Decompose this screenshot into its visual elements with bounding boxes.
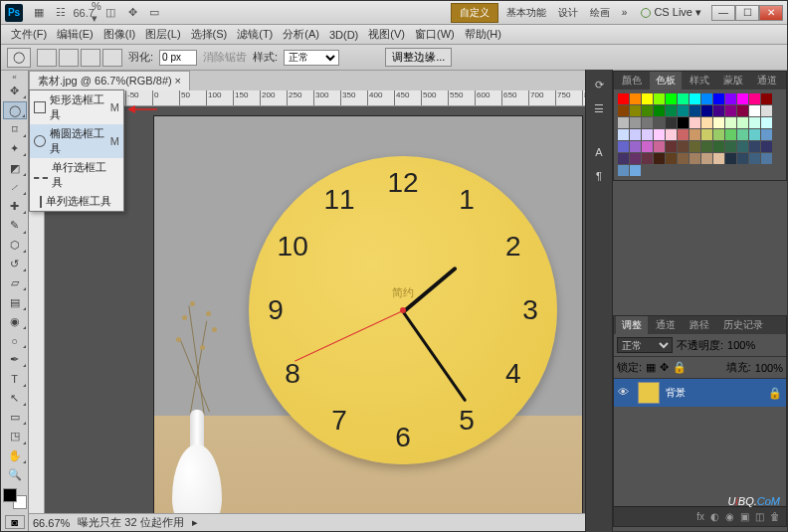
swatch[interactable]: [630, 141, 641, 152]
swatch[interactable]: [690, 93, 700, 104]
canvas[interactable]: 简约 123456789101112: [154, 116, 582, 513]
swatch[interactable]: [749, 93, 760, 104]
selection-intersect[interactable]: [102, 49, 122, 67]
blur-tool[interactable]: ◉: [3, 313, 27, 330]
type-tool[interactable]: T: [3, 370, 27, 387]
swatch[interactable]: [713, 129, 724, 140]
swatch[interactable]: [713, 105, 724, 116]
lock-pixels-icon[interactable]: ▦: [646, 361, 656, 374]
swatch[interactable]: [690, 141, 700, 152]
swatch[interactable]: [713, 93, 724, 104]
menu-analysis[interactable]: 分析(A): [279, 25, 323, 44]
tab-close-icon[interactable]: ×: [174, 75, 180, 87]
tab-styles[interactable]: 样式: [684, 72, 715, 89]
swatch[interactable]: [666, 153, 677, 164]
swatch[interactable]: [701, 129, 712, 140]
selection-add[interactable]: [59, 49, 79, 67]
swatch[interactable]: [737, 129, 748, 140]
layer-name[interactable]: 背景: [666, 386, 686, 400]
swatch[interactable]: [678, 117, 689, 128]
swatch[interactable]: [749, 153, 760, 164]
swatch[interactable]: [630, 105, 641, 116]
swatch[interactable]: [666, 141, 677, 152]
swatch[interactable]: [725, 93, 736, 104]
tab-color[interactable]: 颜色: [616, 72, 648, 89]
workspace-active-button[interactable]: 自定义: [451, 3, 498, 23]
swatch[interactable]: [701, 141, 712, 152]
swatch[interactable]: [678, 93, 689, 104]
swatch[interactable]: [630, 165, 641, 176]
hand-icon[interactable]: ✥: [124, 5, 140, 21]
crop-tool[interactable]: ◩: [3, 159, 27, 176]
fx-icon[interactable]: fx: [696, 511, 704, 522]
panel-icon-char[interactable]: A: [589, 143, 609, 161]
panel-icon-history[interactable]: ⟳: [589, 76, 609, 93]
swatch[interactable]: [654, 93, 665, 104]
document-tab[interactable]: 素材.jpg @ 66.7%(RGB/8#) ×: [29, 71, 190, 91]
swatch[interactable]: [654, 141, 665, 152]
swatch[interactable]: [630, 117, 641, 128]
flyout-item-rect[interactable]: 矩形选框工具M: [30, 90, 123, 124]
eyedropper-tool[interactable]: ⟋: [3, 179, 27, 196]
swatch[interactable]: [666, 129, 677, 140]
swatch[interactable]: [701, 105, 712, 116]
menu-file[interactable]: 文件(F): [7, 25, 51, 44]
maximize-button[interactable]: ☐: [735, 5, 759, 21]
fill-value[interactable]: 100%: [755, 362, 783, 374]
tab-adjust[interactable]: 调整: [616, 316, 648, 334]
quickmask-toggle[interactable]: ◙: [5, 515, 25, 529]
swatch[interactable]: [701, 153, 712, 164]
swatch[interactable]: [618, 153, 629, 164]
view-rotate-icon[interactable]: ◫: [102, 5, 118, 21]
workspace-basic[interactable]: 基本功能: [502, 6, 550, 20]
swatch[interactable]: [761, 105, 772, 116]
swatch[interactable]: [630, 93, 641, 104]
swatch[interactable]: [701, 117, 712, 128]
layer-row-background[interactable]: 👁 背景 🔒: [614, 379, 786, 407]
lock-all-icon[interactable]: 🔒: [673, 361, 687, 374]
swatch[interactable]: [678, 153, 689, 164]
swatch[interactable]: [618, 141, 629, 152]
swatch[interactable]: [690, 117, 700, 128]
tab-ch[interactable]: 通道: [650, 316, 682, 334]
swatch[interactable]: [618, 105, 629, 116]
swatch[interactable]: [701, 93, 712, 104]
workspace-paint[interactable]: 绘画: [586, 6, 614, 20]
3d-tool[interactable]: ◳: [3, 428, 27, 444]
lasso-tool[interactable]: ⌑: [3, 121, 27, 138]
marquee-tool[interactable]: ◯: [3, 101, 27, 119]
folder-icon[interactable]: ▣: [740, 511, 749, 522]
lock-position-icon[interactable]: ✥: [660, 361, 669, 374]
panel-icon-brushes[interactable]: ☰: [589, 99, 609, 117]
swatch[interactable]: [666, 105, 677, 116]
new-layer-icon[interactable]: ◫: [755, 511, 764, 522]
swatch[interactable]: [666, 93, 677, 104]
menu-edit[interactable]: 编辑(E): [53, 25, 98, 44]
visibility-icon[interactable]: 👁: [618, 386, 632, 400]
tab-masks[interactable]: 蒙版: [717, 72, 749, 89]
layer-thumbnail[interactable]: [638, 382, 660, 404]
swatch[interactable]: [737, 117, 748, 128]
swatch[interactable]: [761, 93, 772, 104]
swatch[interactable]: [678, 141, 689, 152]
swatch[interactable]: [618, 93, 629, 104]
swatch[interactable]: [713, 117, 724, 128]
feather-input[interactable]: [159, 50, 197, 66]
menu-filter[interactable]: 滤镜(T): [233, 25, 277, 44]
style-select[interactable]: 正常: [284, 50, 339, 66]
screenmode-icon[interactable]: ▭: [146, 5, 162, 21]
active-tool-icon[interactable]: ◯: [7, 48, 31, 68]
adjust-icon[interactable]: ◉: [725, 511, 734, 522]
swatch[interactable]: [737, 153, 748, 164]
panel-icon-para[interactable]: ¶: [589, 167, 609, 185]
swatch[interactable]: [618, 129, 629, 140]
swatch[interactable]: [642, 117, 653, 128]
swatch[interactable]: [690, 153, 700, 164]
swatch[interactable]: [749, 141, 760, 152]
menu-view[interactable]: 视图(V): [364, 25, 409, 44]
mask-icon[interactable]: ◐: [710, 511, 719, 522]
status-arrow-icon[interactable]: ▸: [192, 516, 198, 529]
swatch[interactable]: [737, 105, 748, 116]
flyout-item-ellipse[interactable]: 椭圆选框工具M: [30, 124, 123, 158]
magic-wand-tool[interactable]: ✦: [3, 140, 27, 157]
